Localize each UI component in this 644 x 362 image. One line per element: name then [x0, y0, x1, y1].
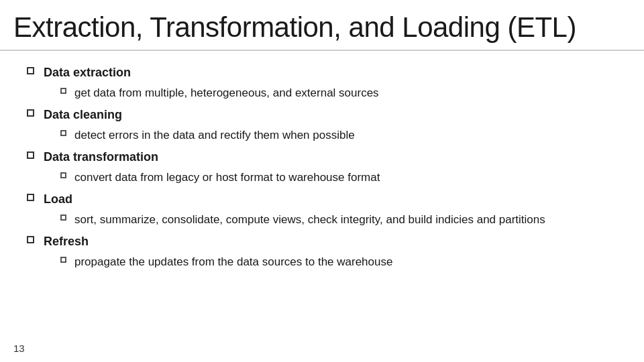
bullet-icon: [27, 67, 34, 74]
bullet-icon: [60, 130, 66, 136]
item-label: Load: [44, 191, 72, 208]
item-text: detect errors in the data and rectify th…: [74, 127, 355, 143]
bullet-icon: [27, 236, 34, 243]
bullet-icon: [60, 215, 66, 221]
bullet-icon: [27, 109, 34, 117]
item-text: convert data from legacy or host format …: [74, 170, 380, 186]
item-label: Data extraction: [44, 64, 131, 81]
list-item: sort, summarize, consolidate, compute vi…: [60, 212, 617, 228]
list-item: Data cleaning: [27, 107, 617, 123]
item-label: Data cleaning: [44, 107, 122, 123]
list-item: Load: [27, 191, 617, 208]
list-item: Data extraction: [27, 64, 617, 81]
slide: Extraction, Transformation, and Loading …: [0, 0, 644, 362]
list-item: Data transformation: [27, 149, 617, 166]
slide-title: Extraction, Transformation, and Loading …: [13, 12, 624, 43]
bullet-icon: [60, 257, 66, 263]
bullet-icon: [60, 88, 66, 94]
item-text: sort, summarize, consolidate, compute vi…: [74, 212, 545, 228]
item-label: Refresh: [44, 233, 89, 250]
item-text: get data from multiple, heterogeneous, a…: [74, 85, 379, 101]
list-item: convert data from legacy or host format …: [60, 170, 617, 186]
page-number: 13: [13, 343, 25, 354]
list-item: get data from multiple, heterogeneous, a…: [60, 85, 617, 101]
item-label: Data transformation: [44, 149, 158, 166]
bullet-icon: [27, 194, 34, 201]
list-item: propagate the updates from the data sour…: [60, 254, 617, 270]
content-area: Data extraction get data from multiple, …: [0, 51, 644, 280]
item-text: propagate the updates from the data sour…: [74, 254, 392, 270]
bullet-icon: [27, 152, 34, 159]
title-area: Extraction, Transformation, and Loading …: [0, 0, 644, 51]
bullet-icon: [60, 172, 66, 178]
list-item: Refresh: [27, 233, 617, 250]
list-item: detect errors in the data and rectify th…: [60, 127, 617, 143]
